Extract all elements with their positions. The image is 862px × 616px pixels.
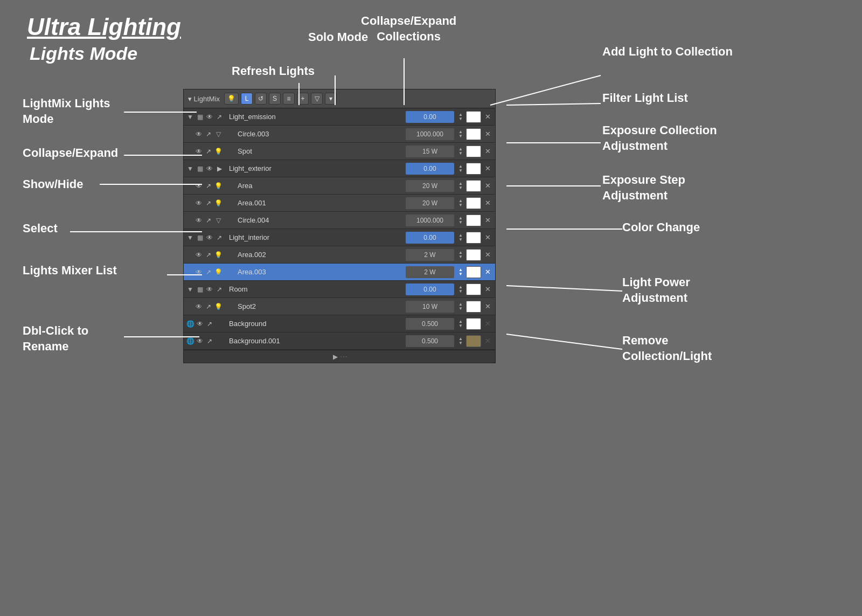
value-field[interactable]: 2 W [406, 249, 454, 261]
light-name[interactable]: Area [238, 182, 404, 190]
table-row[interactable]: 👁 ↗ 💡 Area.003 2 W ▲▼ ✕ [184, 264, 495, 281]
value-field[interactable]: 1000.000 [406, 128, 454, 140]
eye-icon[interactable]: 👁 [205, 113, 214, 121]
eye-icon[interactable]: 👁 [194, 182, 203, 190]
table-row[interactable]: 👁 ↗ 💡 Area.002 2 W ▲▼ ✕ [184, 246, 495, 264]
filter-dropdown-btn[interactable]: ▾ [325, 93, 337, 105]
select-icon[interactable]: ↗ [205, 320, 214, 328]
value-field[interactable]: 0.500 [406, 335, 454, 347]
remove-btn[interactable]: ✕ [482, 233, 493, 241]
color-swatch[interactable] [466, 111, 481, 123]
stepper[interactable]: ▲▼ [456, 216, 465, 225]
light-name[interactable]: Area.001 [238, 199, 404, 207]
light-name[interactable]: Spot2 [238, 302, 404, 310]
remove-btn[interactable]: ✕ [482, 216, 493, 224]
filter-btn[interactable]: ▽ [311, 93, 323, 105]
collapse-icon[interactable]: ▼ [186, 165, 194, 172]
eye-icon[interactable]: 👁 [194, 217, 203, 224]
remove-btn[interactable]: ✕ [482, 285, 493, 293]
color-swatch[interactable] [466, 266, 481, 278]
remove-btn[interactable]: ✕ [482, 164, 493, 172]
eye-icon[interactable]: 👁 [194, 148, 203, 155]
select-icon[interactable]: ↗ [205, 337, 214, 345]
eye-icon[interactable]: 👁 [194, 199, 203, 207]
table-row[interactable]: 👁 ↗ 💡 Spot2 10 W ▲▼ ✕ [184, 298, 495, 315]
value-field[interactable]: 1000.000 [406, 214, 454, 226]
table-row[interactable]: 🌐 👁 ↗ Background.001 0.500 ▲▼ ✕ [184, 333, 495, 350]
table-row[interactable]: 👁 ↗ ▽ Circle.003 1000.000 ▲▼ ✕ [184, 126, 495, 143]
stepper[interactable]: ▲▼ [456, 233, 465, 242]
stepper[interactable]: ▲▼ [456, 113, 465, 121]
select-icon[interactable]: ↗ [204, 268, 213, 276]
light-name[interactable]: Light_interior [229, 233, 404, 241]
collapse-collections-btn[interactable]: ≡ [283, 93, 295, 105]
select-icon[interactable]: ↗ [204, 130, 213, 138]
stepper[interactable]: ▲▼ [456, 182, 465, 190]
color-swatch[interactable] [466, 180, 481, 192]
lightmix-mode-btn[interactable]: 💡 [224, 93, 239, 105]
value-field[interactable]: 15 W [406, 146, 454, 157]
remove-btn[interactable]: ✕ [482, 182, 493, 190]
value-field[interactable]: 0.00 [406, 163, 454, 175]
select-icon[interactable]: ↗ [215, 286, 224, 293]
stepper[interactable]: ▲▼ [456, 251, 465, 259]
select-icon[interactable]: ↗ [215, 113, 224, 121]
color-swatch[interactable] [466, 301, 481, 313]
value-field[interactable]: 20 W [406, 197, 454, 209]
stepper[interactable]: ▲▼ [456, 147, 465, 156]
eye-icon[interactable]: 👁 [196, 337, 204, 345]
table-row[interactable]: 👁 ↗ 💡 Spot 15 W ▲▼ ✕ [184, 143, 495, 160]
light-name[interactable]: Light_emission [229, 113, 404, 121]
select-icon[interactable]: ↗ [204, 251, 213, 259]
table-row[interactable]: 👁 ↗ 💡 Area 20 W ▲▼ ✕ [184, 177, 495, 195]
eye-icon[interactable]: 👁 [196, 320, 204, 328]
scroll-left-btn[interactable]: ▶ [333, 353, 338, 361]
remove-btn[interactable]: ✕ [482, 113, 493, 121]
value-field[interactable]: 0.00 [406, 283, 454, 295]
color-swatch[interactable] [466, 163, 481, 175]
remove-btn[interactable]: ✕ [482, 199, 493, 207]
value-field[interactable]: 0.00 [406, 232, 454, 244]
select-icon[interactable]: ↗ [204, 182, 213, 190]
table-row[interactable]: ▼ ▦ 👁 ▶ Light_exterior 0.00 ▲▼ ✕ [184, 160, 495, 177]
value-field[interactable]: 2 W [406, 266, 454, 278]
value-field[interactable]: 0.500 [406, 318, 454, 330]
table-row[interactable]: 🌐 👁 ↗ Background 0.500 ▲▼ ✕ [184, 315, 495, 333]
light-name[interactable]: Background.001 [229, 337, 404, 345]
color-swatch[interactable] [466, 232, 481, 244]
light-name[interactable]: Room [229, 285, 404, 293]
eye-icon[interactable]: 👁 [205, 286, 214, 293]
table-row[interactable]: ▼ ▦ 👁 ↗ Light_emission 0.00 ▲▼ ✕ [184, 108, 495, 126]
stepper[interactable]: ▲▼ [456, 164, 465, 173]
eye-icon[interactable]: 👁 [194, 268, 203, 276]
table-row[interactable]: ▼ ▦ 👁 ↗ Light_interior 0.00 ▲▼ ✕ [184, 229, 495, 246]
table-row[interactable]: 👁 ↗ 💡 Area.001 20 W ▲▼ ✕ [184, 195, 495, 212]
color-swatch[interactable] [466, 283, 481, 295]
refresh-btn[interactable]: ↺ [255, 93, 267, 105]
light-name[interactable]: Area.002 [238, 251, 404, 259]
add-light-btn[interactable]: + [297, 93, 309, 105]
collapse-icon[interactable]: ▼ [186, 286, 194, 293]
table-row[interactable]: 👁 ↗ ▽ Circle.004 1000.000 ▲▼ ✕ [184, 212, 495, 229]
table-row[interactable]: ▼ ▦ 👁 ↗ Room 0.00 ▲▼ ✕ [184, 281, 495, 298]
light-name[interactable]: Light_exterior [229, 164, 404, 172]
select-icon[interactable]: ▶ [215, 165, 224, 172]
stepper[interactable]: ▲▼ [456, 130, 465, 139]
light-name[interactable]: Circle.004 [238, 216, 404, 224]
light-name[interactable]: Background [229, 320, 404, 328]
eye-icon[interactable]: 👁 [194, 251, 203, 259]
stepper[interactable]: ▲▼ [456, 337, 465, 345]
color-swatch[interactable] [466, 335, 481, 347]
select-icon[interactable]: ↗ [204, 199, 213, 207]
color-swatch[interactable] [466, 249, 481, 261]
lights-mode-btn[interactable]: L [241, 93, 253, 105]
light-name[interactable]: Area.003 [238, 268, 404, 276]
color-swatch[interactable] [466, 318, 481, 330]
value-field[interactable]: 10 W [406, 301, 454, 313]
select-icon[interactable]: ↗ [204, 217, 213, 224]
color-swatch[interactable] [466, 146, 481, 157]
light-name[interactable]: Spot [238, 147, 404, 155]
select-icon[interactable]: ↗ [204, 303, 213, 310]
select-icon[interactable]: ↗ [204, 148, 213, 155]
remove-btn[interactable]: ✕ [482, 147, 493, 155]
